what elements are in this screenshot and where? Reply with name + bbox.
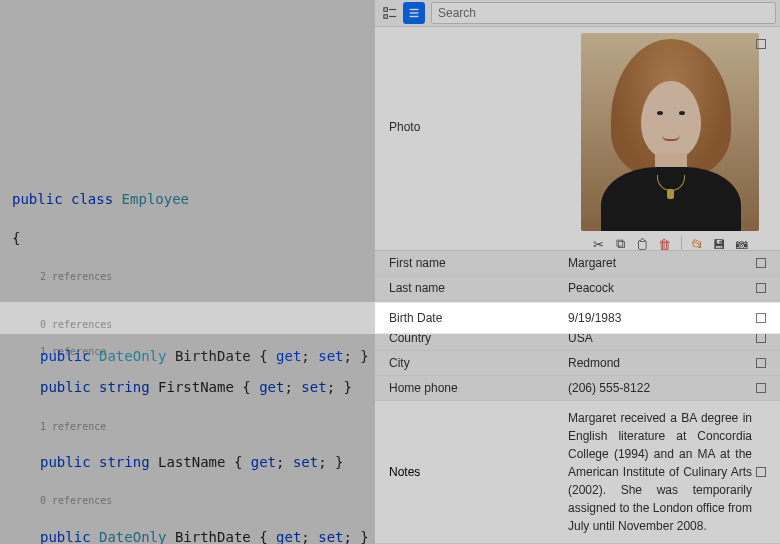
row-notes[interactable]: Notes Margaret received a BA degree in E… — [375, 401, 780, 544]
expand-toggle[interactable] — [756, 308, 766, 318]
property-rows: First name Margaret Last name Peacock Bi… — [375, 251, 780, 544]
save-icon[interactable]: 💾︎ — [712, 236, 728, 252]
home-phone-label: Home phone — [375, 376, 560, 400]
notes-value[interactable]: Margaret received a BA degree in English… — [560, 401, 780, 543]
row-first-name[interactable]: First name Margaret — [375, 251, 780, 276]
cut-icon[interactable]: ✂ — [591, 236, 607, 252]
expand-toggle[interactable] — [756, 467, 766, 477]
delete-icon[interactable]: 🗑︎ — [657, 236, 673, 252]
paste-icon[interactable]: 📋︎ — [635, 236, 651, 252]
code-editor: public class Employee { 2 references pub… — [0, 0, 375, 544]
code-block: public class Employee { 2 references pub… — [0, 0, 375, 544]
row-birth-date[interactable]: Birth Date 9/19/1983 — [375, 301, 780, 326]
search-input[interactable] — [431, 2, 776, 24]
city-label: City — [375, 351, 560, 375]
photo-actions: ✂ ⧉ 📋︎ 🗑︎ 📂︎ 💾︎ 📷︎ — [568, 236, 772, 252]
view-categorized-button[interactable] — [379, 2, 401, 24]
expand-toggle[interactable] — [756, 283, 766, 293]
home-phone-value[interactable]: (206) 555-8122 — [560, 376, 780, 400]
first-name-label: First name — [375, 251, 560, 275]
country-label: Country — [375, 326, 560, 350]
country-value[interactable]: USA — [560, 326, 780, 350]
expand-toggle[interactable] — [756, 39, 766, 49]
row-home-phone[interactable]: Home phone (206) 555-8122 — [375, 376, 780, 401]
camera-icon[interactable]: 📷︎ — [734, 236, 750, 252]
photo-row: Photo ✂ ⧉ 📋︎ 🗑︎ 📂︎ 💾︎ 📷︎ — [375, 27, 780, 251]
row-city[interactable]: City Redmond — [375, 351, 780, 376]
expand-toggle[interactable] — [756, 358, 766, 368]
birth-date-value[interactable]: 9/19/1983 — [560, 301, 780, 325]
svg-rect-0 — [384, 8, 388, 12]
property-toolbar — [375, 0, 780, 27]
copy-icon[interactable]: ⧉ — [613, 236, 629, 252]
row-last-name[interactable]: Last name Peacock — [375, 276, 780, 301]
employee-photo — [581, 33, 759, 231]
expand-toggle[interactable] — [756, 258, 766, 268]
birth-date-label: Birth Date — [375, 301, 560, 325]
last-name-label: Last name — [375, 276, 560, 300]
photo-label: Photo — [375, 27, 560, 227]
city-value[interactable]: Redmond — [560, 351, 780, 375]
first-name-value[interactable]: Margaret — [560, 251, 780, 275]
open-folder-icon[interactable]: 📂︎ — [690, 236, 706, 252]
expand-toggle[interactable] — [756, 333, 766, 343]
notes-label: Notes — [375, 401, 560, 543]
property-grid: Photo ✂ ⧉ 📋︎ 🗑︎ 📂︎ 💾︎ 📷︎ — [375, 0, 780, 544]
svg-rect-2 — [384, 15, 388, 19]
view-alphabetical-button[interactable] — [403, 2, 425, 24]
expand-toggle[interactable] — [756, 383, 766, 393]
row-country[interactable]: Country USA — [375, 326, 780, 351]
last-name-value[interactable]: Peacock — [560, 276, 780, 300]
